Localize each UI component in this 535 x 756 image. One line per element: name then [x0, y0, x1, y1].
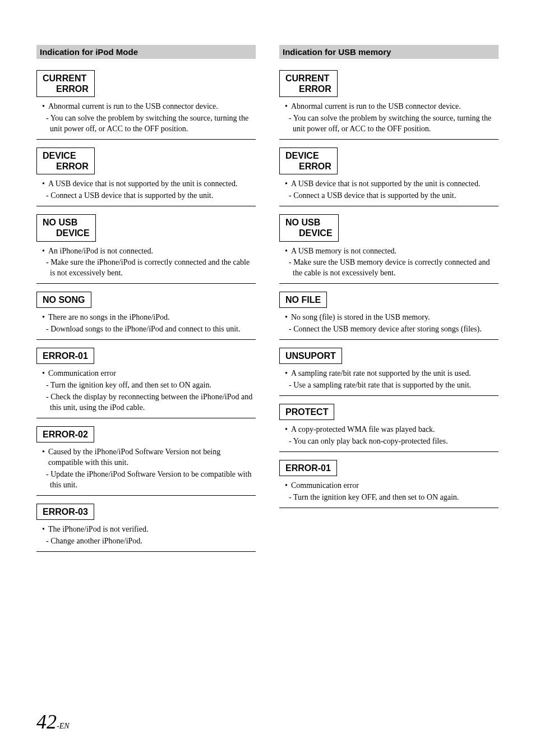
error-code-box: CURRENTERROR [279, 70, 338, 97]
error-block: DEVICEERROR•A USB device that is not sup… [36, 147, 256, 206]
bullet-item: •No song (file) is stored in the USB mem… [279, 312, 499, 323]
error-code-line: DEVICE [285, 150, 331, 161]
error-code-box: NO USBDEVICE [36, 214, 96, 241]
separator [36, 139, 256, 140]
bullet-text: Abnormal current is run to the USB conne… [48, 102, 218, 112]
separator [36, 495, 256, 496]
bullet-item: •Abnormal current is run to the USB conn… [36, 102, 256, 112]
separator [36, 551, 256, 552]
bullet-dot: • [285, 246, 288, 257]
bullet-text: A USB device that is not supported by th… [291, 179, 481, 190]
bullet-dot: • [42, 179, 45, 190]
bullet-dot: • [42, 102, 45, 112]
bullet-dot: • [42, 312, 45, 323]
page-number: 42-EN [36, 710, 70, 734]
bullet-text: An iPhone/iPod is not connected. [48, 246, 153, 257]
bullet-dot: • [42, 447, 45, 458]
separator [279, 206, 499, 206]
right-column: Indication for USB memory CURRENTERROR•A… [279, 45, 499, 560]
sub-text: - Download songs to the iPhone/iPod and … [36, 324, 256, 335]
error-code-line: NO USB [43, 217, 90, 228]
separator [279, 395, 499, 396]
left-column: Indication for iPod Mode CURRENTERROR•Ab… [36, 45, 256, 560]
separator [36, 206, 256, 206]
bullet-item: •Caused by the iPhone/iPod Software Vers… [36, 447, 256, 468]
bullet-text: The iPhone/iPod is not verified. [48, 524, 148, 535]
page-num-value: 42 [36, 711, 57, 733]
error-code-box: CURRENTERROR [36, 70, 95, 97]
sub-text: - Update the iPhone/iPod Software Versio… [36, 469, 256, 491]
bullet-item: •Communication error [36, 368, 256, 379]
error-block: CURRENTERROR•Abnormal current is run to … [36, 70, 256, 140]
error-block: NO FILE•No song (file) is stored in the … [279, 292, 499, 340]
usb-items: CURRENTERROR•Abnormal current is run to … [279, 70, 499, 508]
sub-text: - Check the display by reconnecting betw… [36, 392, 256, 413]
error-code-box: PROTECT [279, 404, 334, 420]
separator [279, 283, 499, 284]
error-block: ERROR-01•Communication error- Turn the i… [36, 348, 256, 418]
error-block: PROTECT•A copy-protected WMA file was pl… [279, 404, 499, 452]
error-code-line: DEVICE [285, 228, 333, 238]
bullet-item: •A USB device that is not supported by t… [279, 179, 499, 190]
error-code-box: DEVICEERROR [36, 147, 95, 174]
bullet-item: •A USB memory is not connected. [279, 246, 499, 257]
error-code-box: NO SONG [36, 292, 91, 308]
sub-text: - Turn the ignition key OFF, and then se… [279, 492, 499, 503]
error-code-line: ERROR [285, 84, 331, 94]
sub-text: - Use a sampling rate/bit rate that is s… [279, 380, 499, 391]
bullet-item: •A copy-protected WMA file was played ba… [279, 425, 499, 435]
bullet-text: A sampling rate/bit rate not supported b… [291, 368, 471, 379]
error-block: NO USBDEVICE•A USB memory is not connect… [279, 214, 499, 284]
error-code-box: ERROR-01 [36, 348, 94, 364]
error-code-box: ERROR-02 [36, 426, 94, 442]
bullet-text: Abnormal current is run to the USB conne… [291, 102, 461, 112]
separator [279, 451, 499, 452]
error-code-line: ERROR-03 [43, 506, 88, 517]
bullet-dot: • [285, 368, 288, 379]
error-code-line: CURRENT [43, 73, 89, 84]
separator [279, 508, 499, 508]
error-code-line: DEVICE [43, 150, 89, 161]
error-block: NO USBDEVICE•An iPhone/iPod is not conne… [36, 214, 256, 284]
separator [279, 339, 499, 340]
error-code-line: CURRENT [285, 73, 331, 84]
error-code-box: NO FILE [279, 292, 327, 308]
sub-text: - Connect a USB device that is supported… [36, 191, 256, 201]
usb-header: Indication for USB memory [279, 45, 499, 59]
error-block: CURRENTERROR•Abnormal current is run to … [279, 70, 499, 140]
bullet-dot: • [42, 246, 45, 257]
error-code-line: NO SONG [43, 294, 85, 305]
bullet-text: Caused by the iPhone/iPod Software Versi… [48, 447, 256, 468]
separator [36, 418, 256, 418]
bullet-text: A USB memory is not connected. [291, 246, 396, 257]
error-code-line: ERROR-01 [43, 351, 88, 361]
error-code-line: ERROR [285, 161, 331, 172]
error-code-line: ERROR-01 [285, 463, 331, 473]
bullet-dot: • [285, 425, 288, 435]
bullet-dot: • [285, 102, 288, 112]
bullet-item: •A sampling rate/bit rate not supported … [279, 368, 499, 379]
ipod-header: Indication for iPod Mode [36, 45, 256, 59]
error-block: ERROR-03•The iPhone/iPod is not verified… [36, 504, 256, 552]
sub-text: - Make sure the iPhone/iPod is correctly… [36, 257, 256, 279]
error-block: ERROR-01•Communication error- Turn the i… [279, 460, 499, 508]
error-code-line: DEVICE [43, 228, 90, 238]
error-code-box: UNSUPORT [279, 348, 342, 364]
error-code-line: ERROR [43, 161, 89, 172]
sub-text: - Change another iPhone/iPod. [36, 536, 256, 547]
bullet-dot: • [42, 368, 45, 379]
error-block: DEVICEERROR•A USB device that is not sup… [279, 147, 499, 206]
bullet-text: A copy-protected WMA file was played bac… [291, 425, 435, 435]
error-code-box: DEVICEERROR [279, 147, 338, 174]
error-block: UNSUPORT•A sampling rate/bit rate not su… [279, 348, 499, 396]
sub-text: - You can only play back non-copy-protec… [279, 436, 499, 447]
bullet-dot: • [285, 481, 288, 491]
error-block: NO SONG•There are no songs in the iPhone… [36, 292, 256, 340]
error-code-line: ERROR [43, 84, 89, 94]
separator [36, 339, 256, 340]
sub-text: - Connect the USB memory device after st… [279, 324, 499, 335]
error-code-box: ERROR-03 [36, 504, 94, 520]
separator [279, 139, 499, 140]
sub-text: - Connect a USB device that is supported… [279, 191, 499, 201]
bullet-item: •Communication error [279, 481, 499, 491]
